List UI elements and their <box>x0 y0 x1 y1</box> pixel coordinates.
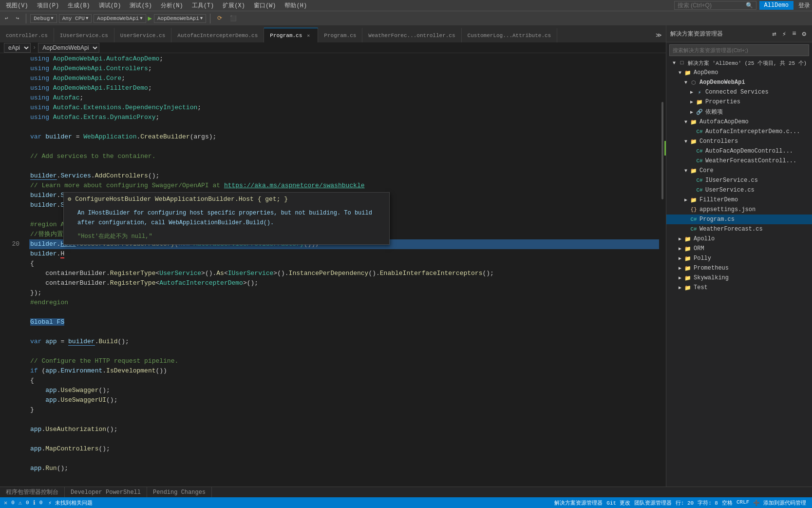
status-space[interactable]: 空格 <box>720 499 735 507</box>
se-search-input[interactable] <box>673 47 806 53</box>
se-item-program[interactable]: ▶ C# Program.cs <box>666 215 812 224</box>
se-item-polly[interactable]: ▶ 📁 Polly <box>666 254 812 263</box>
se-item-weatherforecast[interactable]: ▶ C# WeatherForecast.cs <box>666 224 812 234</box>
bottom-tab-package[interactable]: 程序包管理器控制台 <box>0 487 65 498</box>
autocomplete-property-icon: ⚙ <box>68 195 71 204</box>
menu-tools[interactable]: 工具(T) <box>188 0 218 11</box>
se-filter-icon[interactable]: ⚡ <box>780 29 788 39</box>
menu-analyze[interactable]: 分析(N) <box>157 0 187 11</box>
tab-program2[interactable]: Program.cs <box>318 28 362 42</box>
menu-extend[interactable]: 扩展(X) <box>219 0 249 11</box>
code-editor[interactable]: using AopDemoWebApi.AutofacAopDemo; usin… <box>24 53 659 487</box>
tab-customer-label: CustomerLog...Attribute.cs <box>468 33 551 39</box>
tab-iuserservice-label: IUserService.cs <box>60 33 108 39</box>
tab-more-button[interactable]: ≫ <box>652 28 666 42</box>
project-dropdown[interactable]: AopDemoWebApi ▼ <box>94 14 146 23</box>
menu-window[interactable]: 窗口(W) <box>250 0 280 11</box>
tab-controller[interactable]: controller.cs <box>0 28 54 42</box>
se-settings-icon[interactable]: ⚙ <box>800 29 808 39</box>
status-line[interactable]: 行: 20 <box>674 499 696 507</box>
scroll-indicator[interactable] <box>659 53 666 487</box>
tab-iuserservice[interactable]: IUserService.cs <box>54 28 114 42</box>
se-item-autofacaopdemo[interactable]: ▼ 📁 AutofacAopDemo <box>666 117 812 127</box>
play-button[interactable]: ▶ <box>148 14 152 22</box>
se-item-iuserservice[interactable]: ▶ C# IUserService.cs <box>666 176 812 185</box>
se-item-controllers[interactable]: ▼ 📁 Controllers <box>666 137 812 146</box>
all-demo-button[interactable]: AllDemo <box>759 1 793 10</box>
path-dropdown-2[interactable]: AopDemoWebApi <box>38 43 99 53</box>
se-item-autofacintercepter[interactable]: ▶ C# AutofacIntercepterDemo.c... <box>666 127 812 137</box>
path-dropdown-1[interactable]: eApi <box>4 43 31 53</box>
status-team-resource[interactable]: 团队资源管理器 <box>632 499 674 507</box>
se-solution-text: 解决方案 'AllDemo' (25 个项目, 共 25 个) <box>688 59 807 67</box>
json-icon-appsettings: {} <box>690 206 698 214</box>
se-item-appsettings[interactable]: ▶ {} appsettings.json <box>666 205 812 215</box>
se-item-deps-label: 依赖项 <box>705 108 723 116</box>
toolbar-stop[interactable]: ⬛ <box>227 14 240 22</box>
se-item-test[interactable]: ▶ 📁 Test <box>666 283 812 293</box>
status-encoding[interactable]: CRLF <box>735 499 751 507</box>
se-item-aopwebapi[interactable]: ▼ ⬡ AopDemoWebApi <box>666 78 812 87</box>
se-item-connected-services[interactable]: ▶ ⚡ Connected Services <box>666 87 812 97</box>
se-item-core[interactable]: ▼ 📁 Core <box>666 166 812 176</box>
restart-button[interactable]: ⟳ <box>214 14 225 23</box>
menu-view[interactable]: 视图(V) <box>2 0 32 11</box>
debug-config-dropdown[interactable]: Debug ▼ <box>30 14 57 23</box>
tab-customer[interactable]: CustomerLog...Attribute.cs <box>462 28 558 42</box>
scroll-thumb[interactable] <box>661 102 663 199</box>
status-right: 解决方案资源管理器 Git 更改 团队资源管理器 行: 20 字符: 8 空格 … <box>552 499 808 507</box>
search-box[interactable]: 🔍 <box>674 1 756 10</box>
status-add-source-control[interactable]: ➕ 添加到源代码管理 <box>751 499 808 507</box>
se-item-userservice[interactable]: ▶ C# UserService.cs <box>666 185 812 195</box>
bottom-tab-powershell[interactable]: Developer PowerShell <box>65 487 147 498</box>
tab-program-close-icon[interactable]: ✕ <box>305 32 312 39</box>
status-col[interactable]: 字符: 8 <box>696 499 720 507</box>
se-item-fillter[interactable]: ▶ 📁 FillterDemo <box>666 195 812 205</box>
search-input[interactable] <box>678 2 746 9</box>
status-error-count[interactable]: 0 <box>11 500 15 506</box>
run-dropdown[interactable]: AopDemoWebApi ▼ <box>154 14 206 23</box>
cpu-dropdown[interactable]: Any CPU ▼ <box>59 14 92 23</box>
chevron-down-icon-autofac: ▼ <box>682 119 690 125</box>
se-item-orm[interactable]: ▶ 📁 ORM <box>666 244 812 254</box>
se-item-autofacintercepter-label: AutofacIntercepterDemo.c... <box>705 128 800 135</box>
menu-build[interactable]: 生成(B) <box>64 0 94 11</box>
menu-test[interactable]: 测试(S) <box>126 0 156 11</box>
tab-autofac[interactable]: AutofacIntercepterDemo.cs <box>171 28 264 42</box>
se-item-properties[interactable]: ▶ 📁 Properties <box>666 97 812 107</box>
se-sync-icon[interactable]: ⇄ <box>770 29 778 39</box>
cs-icon-program: C# <box>690 215 698 223</box>
status-git-changes[interactable]: Git 更改 <box>604 499 632 507</box>
se-item-core-label: Core <box>699 167 714 174</box>
se-item-prometheus[interactable]: ▶ 📁 Prometheus <box>666 263 812 273</box>
se-item-weatherforecast-label: WeatherForecast.cs <box>699 226 763 233</box>
tab-userservice[interactable]: UserService.cs <box>114 28 171 42</box>
autocomplete-item[interactable]: ⚙ ConfigureHostBuilder WebApplicationBui… <box>64 193 389 206</box>
menu-project[interactable]: 项目(P) <box>33 0 63 11</box>
se-item-deps[interactable]: ▶ 🔗 依赖项 <box>666 107 812 117</box>
tab-weather[interactable]: WeatherForec...ontroller.cs <box>362 28 461 42</box>
chevron-right-icon-fillter: ▶ <box>682 197 690 203</box>
se-item-aopdemo[interactable]: ▼ 📁 AopDemo <box>666 68 812 78</box>
tab-program-active[interactable]: Program.cs ✕ <box>264 28 318 42</box>
code-line: using Autofac.Extras.DynamicProxy; <box>29 113 659 122</box>
login-label[interactable]: 登录 <box>798 1 810 10</box>
status-no-issue[interactable]: ⚡ 未找到相关问题 <box>46 499 94 507</box>
status-warning-count[interactable]: 0 <box>26 500 29 506</box>
menu-debug[interactable]: 调试(D) <box>95 0 125 11</box>
bottom-tab-pending[interactable]: Pending Changes <box>147 487 212 498</box>
menu-help[interactable]: 帮助(H) <box>281 0 311 11</box>
se-item-weathercontroller[interactable]: ▶ C# WeatherForecastControll... <box>666 156 812 166</box>
line-numbers: 20 <box>0 53 24 487</box>
se-search-box[interactable] <box>669 44 809 56</box>
chevron-right-icon-prometheus: ▶ <box>676 265 684 271</box>
status-solution-explorer[interactable]: 解决方案资源管理器 <box>552 499 604 507</box>
se-item-apollo[interactable]: ▶ 📁 Apollo <box>666 234 812 244</box>
se-item-skywalking[interactable]: ▶ 📁 Skywalking <box>666 273 812 283</box>
toolbar-redo[interactable]: ↪ <box>13 14 22 22</box>
code-container: 20 <box>0 53 666 487</box>
se-item-autofacaopdemocontroller[interactable]: ▶ C# AutoFacAopDemoControll... <box>666 146 812 156</box>
status-msg-count[interactable]: 0 <box>39 500 43 506</box>
toolbar-undo[interactable]: ↩ <box>2 14 11 22</box>
se-collapse-icon[interactable]: ≡ <box>790 29 798 39</box>
